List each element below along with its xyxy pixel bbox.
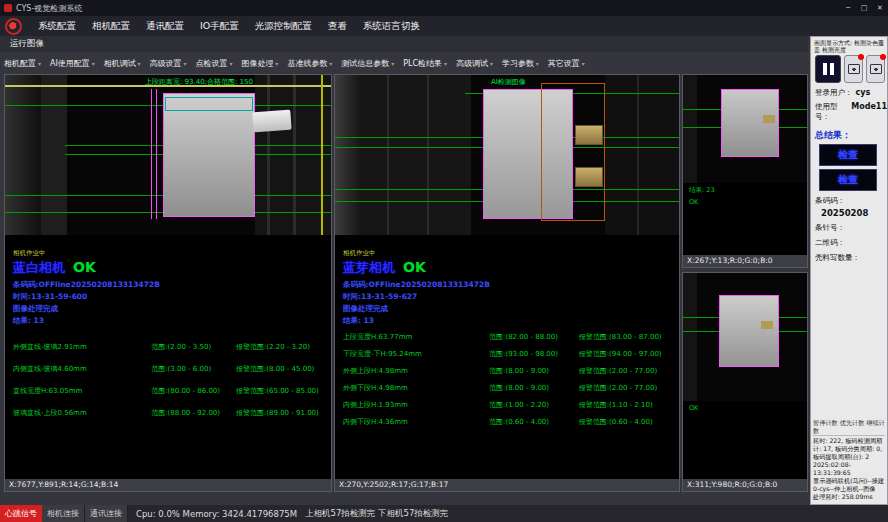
toolbar-item[interactable]: 图像处理 [241, 58, 278, 69]
time-line: 时间:13-31-59-627 [343, 292, 679, 302]
scene-shape [683, 273, 697, 401]
left-camera-info: 相机作业中 蓝白相机OK 条码码:OFFline2025020813313472… [5, 249, 331, 418]
scene-shape [267, 75, 270, 235]
camera-snapshot-button[interactable] [844, 55, 863, 83]
measurement-row: 直线宽度H:63.05mm 范围:(80.00 - 86.00) 报警范围:(6… [13, 386, 327, 396]
pause-icon [830, 63, 834, 75]
ai-overlay-label: AI检测图像 [491, 77, 526, 87]
camera-icon [848, 64, 860, 74]
log-line: 显示器码联机(马问)--接建 [813, 477, 885, 485]
toolbar-item[interactable]: 高级调试 [456, 58, 493, 69]
image-save-button[interactable] [866, 55, 885, 83]
result-indicator: 检查 [819, 169, 877, 191]
toolbar-item[interactable]: AI使用配置 [50, 58, 95, 69]
log-line: 计: 17, 板码分类周期: 0, [813, 445, 885, 453]
log-line: 0-cys--伸上相机--图像 [813, 485, 885, 493]
menu-item[interactable]: 查看 [320, 20, 355, 33]
overlay-rect [165, 97, 253, 111]
pixel-coords-readout: X:7677,Y:891;R:14;G:14;B:14 [5, 479, 331, 491]
model-label: 使用型号： [815, 102, 848, 122]
pixel-coords-readout: X:311;Y:980;R:0;G:0;B:0 [683, 479, 807, 491]
scene-shape [335, 75, 359, 235]
minimize-button[interactable]: ─ [840, 0, 856, 16]
scene-shape [293, 75, 296, 235]
tab-run-image[interactable]: 运行图像 [0, 38, 54, 50]
camera-view-right[interactable]: AI检测图像 [335, 75, 679, 235]
camera-view-small-top[interactable] [683, 75, 807, 183]
connector-part [575, 167, 603, 187]
toolbar-item[interactable]: 相机配置 [4, 58, 41, 69]
scene-shape [427, 75, 429, 235]
menu-item[interactable]: 通讯配置 [138, 20, 192, 33]
measurement-row: 下段宽度-下H:95.24mm 范围:(93.00 - 98.00) 报警范围:… [343, 349, 675, 359]
login-user-label: 登录用户： [815, 88, 853, 98]
scene-shape [637, 75, 639, 235]
measurement-row: 外侧下段H:4.98mm 范围:(8.00 - 9.00) 报警范围:(2.00… [343, 383, 675, 393]
maximize-button[interactable]: □ [856, 0, 872, 16]
tab-bar: 运行图像 [0, 36, 808, 52]
menu-item[interactable]: 系统语言切换 [355, 20, 428, 33]
menu-item[interactable]: 系统配置 [30, 20, 84, 33]
login-user-row: 登录用户： cys [815, 88, 887, 98]
measurement-list: 上段宽度H:63.77mm 范围:(82.00 - 88.00) 报警范围:(8… [335, 332, 679, 427]
toolbar-item[interactable]: 基准线参数 [287, 58, 332, 69]
camera-name: 蓝白相机 [13, 260, 65, 275]
measurement-row: 玻璃直线-上段0.56mm 范围:(88.00 - 92.00) 报警范围:(8… [13, 408, 327, 418]
log-line: 耗时: 222, 板码检测周期 [813, 437, 885, 445]
pixel-coords-readout: X:267;Y:13;R:0;G:0;B:0 [683, 255, 807, 267]
scene-shape [605, 75, 679, 235]
barcode-line: 条码码:OFFline2025020813313472B [343, 280, 679, 290]
measure-overlay-label: 上段距离宽: 93.40;合格范围: 150 [145, 77, 253, 87]
camera-connection-indicator: 相机连接 [42, 505, 85, 522]
menu-item[interactable]: IO手配置 [192, 20, 247, 33]
measurement-row: 内侧上段H:1.93mm 范围:(1.00 - 2.20) 报警范围:(1.10… [343, 400, 675, 410]
app-icon [4, 4, 12, 12]
app-logo-icon [5, 18, 22, 35]
result-indicator: 检查 [819, 144, 877, 166]
qr-field-label: 二维码： [815, 238, 887, 248]
alert-badge [880, 54, 886, 60]
barcode-field-value: 20250208 [821, 208, 887, 218]
toolbar-item[interactable]: 测试信息参数 [341, 58, 394, 69]
barcode-field-label: 条码码： [815, 196, 887, 206]
total-result-label: 总结果： [815, 129, 887, 142]
model-row: 使用型号： Mode11 [815, 102, 887, 122]
log-header: 暂停计数 优先计数 继续计数 [813, 419, 885, 436]
camera-name: 蓝芽相机 [343, 260, 395, 275]
process-line: 图像处理完成 [13, 304, 331, 314]
scene-shape [41, 75, 67, 235]
toolbar-item[interactable]: 相机调试 [104, 58, 141, 69]
menu-bar: 系统配置 相机配置 通讯配置 IO手配置 光源控制配置 查看 系统语言切换 [0, 16, 888, 36]
toolbar-item[interactable]: 点检设置 [196, 58, 233, 69]
toolbar-item[interactable]: 其它设置 [548, 58, 585, 69]
toolbar-item[interactable]: PLC检结果 [403, 58, 447, 69]
menu-item[interactable]: 光源控制配置 [247, 20, 320, 33]
pause-button[interactable] [815, 55, 841, 83]
right-camera-panel: AI检测图像 相机作业中 蓝芽相机OK 条码码:OFFline202502081… [334, 74, 680, 492]
camera-view-small-bottom[interactable] [683, 273, 807, 401]
camera-status-note: 相机作业中 [343, 249, 679, 258]
camera-status-note: 相机作业中 [13, 249, 331, 258]
camera-view-left[interactable]: 上段距离宽: 93.40;合格范围: 150 [5, 75, 331, 235]
overlay-rect [541, 83, 605, 221]
heartbeat-indicator: 心跳信号 [0, 505, 42, 522]
log-area: 暂停计数 优先计数 继续计数 耗时: 222, 板码检测周期 计: 17, 板码… [813, 419, 885, 501]
measurement-row: 内侧下段H:4.36mm 范围:(0.60 - 4.00) 报警范围:(0.60… [343, 417, 675, 427]
login-user-value: cys [856, 88, 871, 97]
pixel-coords-readout: X:270,Y:2502;R:17;G:17;B:17 [335, 479, 679, 491]
small-camera-panel-bottom: OK X:311;Y:980;R:0;G:0;B:0 [682, 272, 808, 492]
control-panel: 画面显示方式: 检测染色覆盖 检测亮度 登录用户： cys 使用型号： Mode… [810, 36, 888, 505]
toolbar-item[interactable]: 高级设置 [150, 58, 187, 69]
pause-icon [823, 63, 827, 75]
image-icon [870, 64, 882, 74]
close-button[interactable]: ✕ [872, 0, 888, 16]
toolbar-item[interactable]: 学习参数 [502, 58, 539, 69]
log-line: 2025:02:08-13:31:39:65 [813, 461, 885, 477]
app-window: CYS-视觉检测系统 ─ □ ✕ 系统配置 相机配置 通讯配置 IO手配置 光源… [0, 0, 888, 522]
menu-item[interactable]: 相机配置 [84, 20, 138, 33]
count-line: 结果: 13 [343, 316, 679, 326]
title-bar: CYS-视觉检测系统 ─ □ ✕ [0, 0, 888, 16]
log-line: 处理耗时: 258.09ms [813, 493, 885, 501]
measurement-row: 外侧直线-玻璃2.91mm 范围:(2.00 - 3.50) 报警范围:(2.2… [13, 342, 327, 352]
cpu-memory-readout: Cpu: 0.0% Memory: 3424.41796875M [136, 509, 297, 519]
